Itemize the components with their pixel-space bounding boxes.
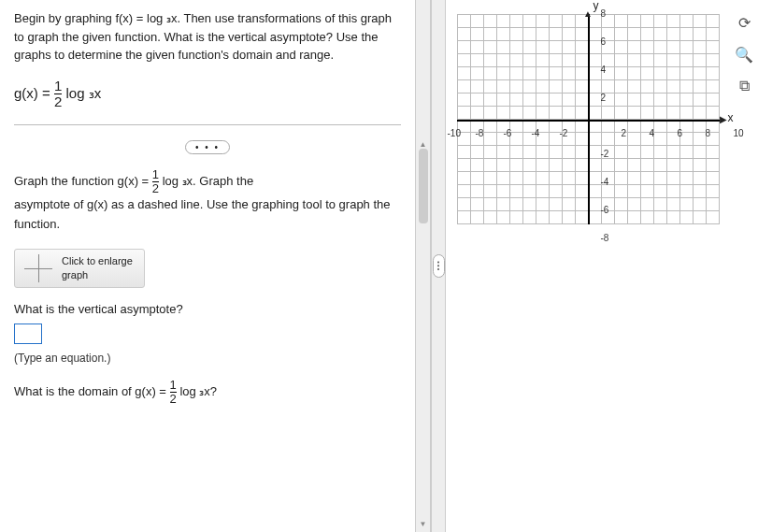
problem-intro: Begin by graphing f(x) = log ₃x. Then us… (14, 9, 401, 65)
tick-label: -6 (601, 205, 609, 215)
tick-label: 10 (734, 128, 744, 138)
separator-handle-icon: ••• (433, 254, 445, 278)
tick-label: 8 (601, 8, 607, 19)
tick-label: -4 (601, 177, 609, 187)
part-a-instruction: Graph the function g(x) = 1 2 log ₃x. Gr… (14, 168, 401, 235)
x-axis-label: x (728, 111, 734, 124)
reset-icon[interactable]: ⟳ (738, 14, 751, 32)
y-axis (588, 14, 590, 224)
tools-panel: ⟳ 🔍 ⧉ (730, 0, 758, 532)
tick-label: -10 (448, 128, 461, 138)
x-arrow-icon: ▶ (720, 113, 727, 123)
y-arrow-icon: ▲ (583, 8, 593, 19)
asymptote-question: What is the vertical asymptote? (14, 302, 401, 316)
domain-question: What is the domain of g(x) = 1 2 log ₃x? (14, 379, 401, 407)
more-button[interactable]: • • • (185, 140, 230, 154)
tick-label: 4 (650, 128, 655, 138)
problem-panel: Begin by graphing f(x) = log ₃x. Then us… (0, 0, 416, 532)
left-scrollbar[interactable]: ▲ ▼ (416, 0, 431, 532)
asymptote-hint: (Type an equation.) (14, 352, 401, 365)
tick-label: 2 (601, 93, 607, 103)
graph-panel: y x ▲ ▶ -10-8-6-4-22468102468-2-4-6-8 (446, 0, 730, 532)
tick-label: 6 (601, 36, 607, 47)
coordinate-grid[interactable]: y x ▲ ▶ -10-8-6-4-22468102468-2-4-6-8 (457, 14, 720, 224)
tick-label: -8 (476, 128, 484, 138)
asymptote-input[interactable] (14, 324, 42, 344)
enlarge-graph-button[interactable]: Click to enlarge graph (14, 249, 145, 288)
tick-label: -2 (560, 128, 568, 138)
mini-axis-icon (24, 254, 52, 282)
tick-label: -8 (601, 233, 609, 243)
divider (14, 124, 401, 125)
tick-label: 4 (601, 65, 607, 75)
y-axis-label: y (594, 0, 599, 12)
tick-label: 2 (622, 128, 627, 138)
panel-separator[interactable]: ••• (431, 0, 446, 532)
tick-label: 6 (678, 128, 683, 138)
tick-label: 8 (706, 128, 711, 138)
zoom-icon[interactable]: 🔍 (735, 46, 753, 64)
popout-icon[interactable]: ⧉ (739, 78, 750, 94)
tick-label: -4 (532, 128, 540, 138)
given-function: g(x) = 1 2 log ₃x (14, 79, 401, 110)
tick-label: -6 (504, 128, 512, 138)
tick-label: -2 (601, 149, 609, 159)
